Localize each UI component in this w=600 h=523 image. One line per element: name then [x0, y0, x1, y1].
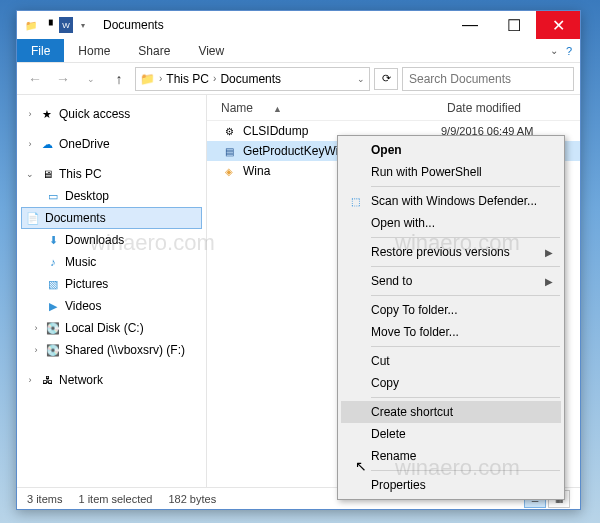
ribbon-tab-home[interactable]: Home — [64, 44, 124, 58]
ribbon-tab-view[interactable]: View — [184, 44, 238, 58]
ribbon-tab-share[interactable]: Share — [124, 44, 184, 58]
exe-icon: ⚙ — [221, 123, 237, 139]
ctx-rename[interactable]: Rename — [341, 445, 561, 467]
qat-word-icon[interactable]: W — [59, 17, 73, 33]
tree-music[interactable]: ♪Music — [17, 251, 206, 273]
desktop-icon: ▭ — [45, 188, 61, 204]
col-date[interactable]: Date modified — [447, 101, 521, 115]
titlebar: 📁 ▝ W ▾ Documents — ☐ ✕ — [17, 11, 580, 39]
chevron-right-icon[interactable]: › — [159, 73, 162, 84]
star-icon: ★ — [39, 106, 55, 122]
ctx-open[interactable]: Open — [341, 139, 561, 161]
ctx-delete[interactable]: Delete — [341, 423, 561, 445]
status-selected: 1 item selected — [78, 493, 152, 505]
tree-desktop[interactable]: ▭Desktop — [17, 185, 206, 207]
tree-this-pc[interactable]: ⌄🖥This PC — [17, 163, 206, 185]
ctx-copy-to[interactable]: Copy To folder... — [341, 299, 561, 321]
forward-button[interactable]: → — [51, 67, 75, 91]
tree-onedrive[interactable]: ›☁OneDrive — [17, 133, 206, 155]
chevron-right-icon: ▶ — [545, 276, 553, 287]
network-icon: 🖧 — [39, 372, 55, 388]
breadcrumb-root[interactable]: This PC — [166, 72, 209, 86]
ctx-properties[interactable]: Properties — [341, 474, 561, 496]
ctx-send-to[interactable]: Send to▶ — [341, 270, 561, 292]
ctx-move-to[interactable]: Move To folder... — [341, 321, 561, 343]
documents-icon: 📄 — [25, 210, 41, 226]
videos-icon: ▶ — [45, 298, 61, 314]
music-icon: ♪ — [45, 254, 61, 270]
window-title: Documents — [103, 18, 164, 32]
ctx-create-shortcut[interactable]: Create shortcut — [341, 401, 561, 423]
help-icon[interactable]: ? — [566, 45, 572, 57]
up-button[interactable]: ↑ — [107, 67, 131, 91]
recent-dropdown-icon[interactable]: ⌄ — [79, 67, 103, 91]
cloud-icon: ☁ — [39, 136, 55, 152]
tree-network[interactable]: ›🖧Network — [17, 369, 206, 391]
ribbon-expand-icon[interactable]: ⌄ — [550, 45, 558, 57]
tree-pictures[interactable]: ▧Pictures — [17, 273, 206, 295]
qat-icon[interactable]: ▝ — [41, 17, 57, 33]
chevron-right-icon: ▶ — [545, 247, 553, 258]
ctx-open-with[interactable]: Open with... — [341, 212, 561, 234]
shortcut-icon: ◈ — [221, 163, 237, 179]
file-list: Name▲ Date modified ⚙CLSIDdump9/9/2016 0… — [207, 95, 580, 487]
tree-shared-drive[interactable]: ›💽Shared (\\vboxsrv) (F:) — [17, 339, 206, 361]
ctx-copy[interactable]: Copy — [341, 372, 561, 394]
column-headers: Name▲ Date modified — [207, 95, 580, 121]
close-button[interactable]: ✕ — [536, 11, 580, 39]
tree-local-disk[interactable]: ›💽Local Disk (C:) — [17, 317, 206, 339]
ps-icon: ▤ — [221, 143, 237, 159]
search-input[interactable]: Search Documents — [402, 67, 574, 91]
shield-icon: ⬚ — [347, 193, 363, 209]
folder-icon: 📁 — [23, 17, 39, 33]
ctx-powershell[interactable]: Run with PowerShell — [341, 161, 561, 183]
file-tab[interactable]: File — [17, 39, 64, 62]
ctx-restore[interactable]: Restore previous versions▶ — [341, 241, 561, 263]
tree-downloads[interactable]: ⬇Downloads — [17, 229, 206, 251]
address-bar[interactable]: 📁 › This PC › Documents ⌄ — [135, 67, 370, 91]
tree-quick-access[interactable]: ›★Quick access — [17, 103, 206, 125]
downloads-icon: ⬇ — [45, 232, 61, 248]
back-button[interactable]: ← — [23, 67, 47, 91]
chevron-right-icon[interactable]: › — [213, 73, 216, 84]
refresh-button[interactable]: ⟳ — [374, 68, 398, 90]
sort-asc-icon[interactable]: ▲ — [273, 104, 282, 114]
tree-documents[interactable]: 📄Documents — [21, 207, 202, 229]
explorer-window: 📁 ▝ W ▾ Documents — ☐ ✕ File Home Share … — [16, 10, 581, 510]
tree-videos[interactable]: ▶Videos — [17, 295, 206, 317]
ctx-cut[interactable]: Cut — [341, 350, 561, 372]
col-name[interactable]: Name — [221, 101, 253, 115]
drive-icon: 💽 — [45, 320, 61, 336]
status-size: 182 bytes — [168, 493, 216, 505]
breadcrumb-current[interactable]: Documents — [220, 72, 281, 86]
context-menu: Open Run with PowerShell ⬚Scan with Wind… — [337, 135, 565, 500]
maximize-button[interactable]: ☐ — [492, 11, 536, 39]
nav-toolbar: ← → ⌄ ↑ 📁 › This PC › Documents ⌄ ⟳ Sear… — [17, 63, 580, 95]
ribbon: File Home Share View ⌄ ? — [17, 39, 580, 63]
network-drive-icon: 💽 — [45, 342, 61, 358]
address-dropdown-icon[interactable]: ⌄ — [357, 74, 365, 84]
folder-icon: 📁 — [140, 72, 155, 86]
ctx-defender[interactable]: ⬚Scan with Windows Defender... — [341, 190, 561, 212]
qat-dropdown-icon[interactable]: ▾ — [75, 17, 91, 33]
pc-icon: 🖥 — [39, 166, 55, 182]
nav-tree: ›★Quick access ›☁OneDrive ⌄🖥This PC ▭Des… — [17, 95, 207, 487]
minimize-button[interactable]: — — [448, 11, 492, 39]
status-item-count: 3 items — [27, 493, 62, 505]
pictures-icon: ▧ — [45, 276, 61, 292]
